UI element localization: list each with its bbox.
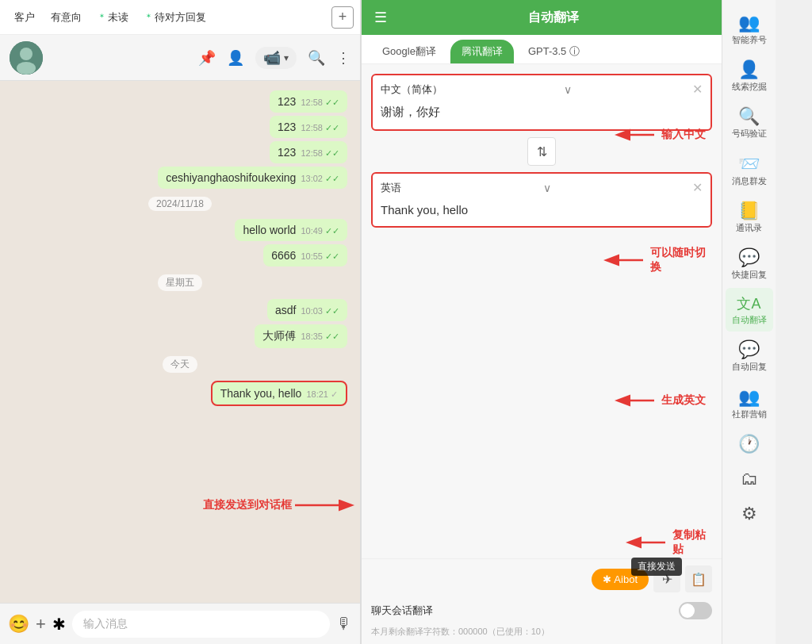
tab-unread[interactable]: ＊未读 xyxy=(90,0,136,35)
direct-send-tooltip: 直接发送 xyxy=(631,558,682,576)
target-lang-dropdown[interactable]: ∨ xyxy=(543,182,551,194)
copy-button[interactable]: 📋 xyxy=(685,565,712,592)
source-lang-label: 中文（简体） xyxy=(381,82,442,97)
chat-translate-row: 聊天会话翻译 xyxy=(371,599,712,623)
sidebar-item-contacts[interactable]: 📒 通讯录 xyxy=(726,194,773,240)
files-icon: 🗂 xyxy=(741,469,758,489)
add-contact-icon[interactable]: 👤 xyxy=(227,49,244,67)
emoji-icon[interactable]: 😊 xyxy=(8,614,29,634)
target-text: Thank you, hello xyxy=(381,200,703,220)
message-bubble-highlighted: Thank you, hello 18:21 ✓ xyxy=(211,381,347,406)
sidebar-item-number-verify[interactable]: 🔍 号码验证 xyxy=(726,100,773,145)
message-bubble: 大师傅 18:35 ✓✓ xyxy=(255,324,347,348)
smart-nurture-icon: 👥 xyxy=(738,13,760,33)
auto-translate-icon: 文A xyxy=(737,294,760,313)
source-language-box: 中文（简体） ∨ ✕ 谢谢，你好 xyxy=(371,74,712,131)
sticker-icon[interactable]: ✱ xyxy=(52,615,66,634)
avatar xyxy=(10,41,43,75)
clock-icon: 🕐 xyxy=(738,434,760,454)
message-bubble: 123 12:58 ✓✓ xyxy=(270,116,347,138)
translator-tabs: Google翻译 腾讯翻译 GPT-3.5 ⓘ xyxy=(362,35,722,64)
message-bubble: asdf 10:03 ✓✓ xyxy=(267,299,347,321)
chat-header: 📌 👤 📹 ▾ 🔍 ⋮ xyxy=(0,35,360,81)
sidebar-item-auto-reply[interactable]: 💬 自动回复 xyxy=(726,333,773,378)
sidebar-item-mass-message[interactable]: 📨 消息群发 xyxy=(726,148,773,193)
message-bubble: hello world 10:49 ✓✓ xyxy=(235,219,347,241)
attach-icon[interactable]: + xyxy=(36,614,46,634)
sidebar-item-lead-mining[interactable]: 👤 线索挖掘 xyxy=(726,53,773,98)
add-tab-button[interactable]: + xyxy=(331,6,354,29)
tab-tencent-translate[interactable]: 腾讯翻译 xyxy=(450,40,514,63)
swap-languages-button[interactable]: ⇅ xyxy=(527,137,556,166)
tab-gpt-translate[interactable]: GPT-3.5 ⓘ xyxy=(517,40,591,63)
svg-point-2 xyxy=(17,62,36,75)
mic-icon[interactable]: 🎙 xyxy=(336,615,352,633)
sidebar-item-community-marketing[interactable]: 👥 社群营销 xyxy=(726,381,773,426)
message-bubble: 123 12:58 ✓✓ xyxy=(270,90,347,113)
source-text[interactable]: 谢谢，你好 xyxy=(381,102,703,123)
date-divider: 2024/11/18 xyxy=(148,197,212,211)
sidebar-item-settings[interactable]: ⚙ xyxy=(726,497,773,531)
target-lang-label: 英语 xyxy=(381,181,401,195)
message-bubble: ceshiyanghaoshifoukexing 13:02 ✓✓ xyxy=(158,167,347,189)
menu-icon[interactable]: ☰ xyxy=(374,9,387,26)
right-sidebar: 👥 智能养号 👤 线索挖掘 🔍 号码验证 📨 消息群发 📒 通讯录 💬 快捷回复… xyxy=(722,0,776,644)
sidebar-item-clock[interactable]: 🕐 xyxy=(726,427,773,461)
target-lang-clear[interactable]: ✕ xyxy=(692,180,703,195)
source-lang-clear[interactable]: ✕ xyxy=(692,82,703,97)
quick-reply-icon: 💬 xyxy=(738,247,760,268)
chat-messages: 123 12:58 ✓✓ 123 12:58 ✓✓ 123 12:58 ✓✓ c… xyxy=(0,81,360,603)
sidebar-item-quick-reply[interactable]: 💬 快捷回复 xyxy=(726,241,773,286)
svg-point-1 xyxy=(20,48,33,60)
translation-bottom: 直接发送 ✱ Aibot ✈ 📋 聊天会话翻译 本月剩余翻译字符数：000000… xyxy=(362,558,722,644)
chat-translate-toggle[interactable] xyxy=(679,602,712,619)
tab-customers[interactable]: 客户 xyxy=(6,0,43,35)
translation-content: 中文（简体） ∨ ✕ 谢谢，你好 ⇅ 英语 ∨ ✕ Thank you, hel… xyxy=(362,64,722,558)
date-divider: 今天 xyxy=(163,356,197,373)
tab-google-translate[interactable]: Google翻译 xyxy=(371,40,447,63)
video-icon: 📹 xyxy=(263,49,281,67)
message-bubble: 6666 10:55 ✓✓ xyxy=(263,244,347,266)
hint-text: 本月剩余翻译字符数：000000（已使用：10） xyxy=(371,626,712,638)
tab-interested[interactable]: 有意向 xyxy=(43,0,90,35)
number-verify-icon: 🔍 xyxy=(738,106,760,127)
message-input[interactable]: 输入消息 xyxy=(72,611,330,638)
sidebar-item-files[interactable]: 🗂 xyxy=(726,462,773,496)
send-row: 直接发送 ✱ Aibot ✈ 📋 xyxy=(371,565,712,592)
translation-header: ☰ 自动翻译 xyxy=(362,0,722,35)
chat-translate-label: 聊天会话翻译 xyxy=(371,604,433,618)
sidebar-item-auto-translate[interactable]: 文A 自动翻译 xyxy=(726,288,773,332)
chat-tabs-header: 客户 有意向 ＊未读 ＊待对方回复 + xyxy=(0,0,360,35)
mass-message-icon: 📨 xyxy=(738,154,760,174)
contacts-icon: 📒 xyxy=(738,201,760,221)
lead-mining-icon: 👤 xyxy=(738,59,760,80)
community-marketing-icon: 👥 xyxy=(738,387,760,408)
more-options-icon[interactable]: ⋮ xyxy=(336,49,350,67)
settings-icon: ⚙ xyxy=(741,504,757,524)
pin-icon[interactable]: 📌 xyxy=(198,49,216,67)
chat-header-icons: 📌 👤 📹 ▾ 🔍 ⋮ xyxy=(198,47,350,69)
copy-icon: 📋 xyxy=(691,572,707,587)
search-icon[interactable]: 🔍 xyxy=(308,49,325,67)
date-divider: 星期五 xyxy=(158,274,202,291)
auto-reply-icon: 💬 xyxy=(738,339,760,360)
tab-waiting-reply[interactable]: ＊待对方回复 xyxy=(136,0,214,35)
sidebar-item-smart-nurture[interactable]: 👥 智能养号 xyxy=(726,6,773,52)
source-lang-dropdown[interactable]: ∨ xyxy=(564,83,572,96)
translation-title: 自动翻译 xyxy=(398,10,709,26)
message-bubble: 123 12:58 ✓✓ xyxy=(270,141,347,163)
target-language-box: 英语 ∨ ✕ Thank you, hello xyxy=(371,172,712,228)
video-call-button[interactable]: 📹 ▾ xyxy=(255,47,297,69)
